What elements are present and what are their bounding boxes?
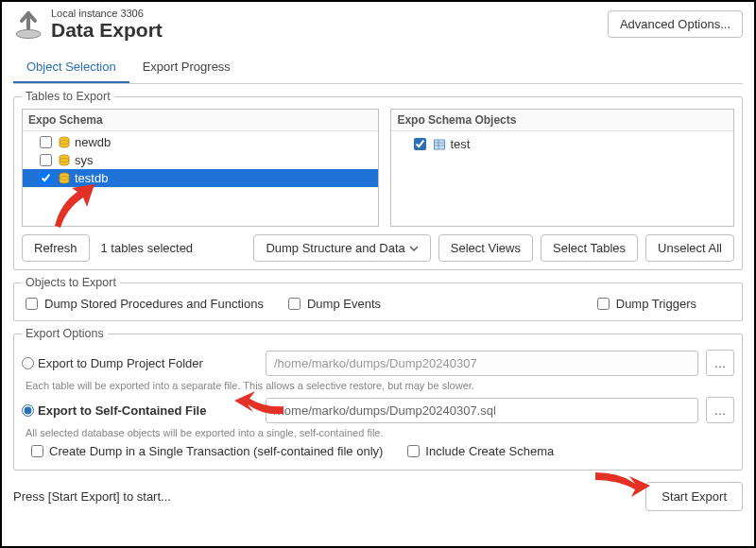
svg-point-0 <box>16 29 41 38</box>
dump-triggers-input[interactable] <box>597 298 610 310</box>
select-views-button[interactable]: Select Views <box>438 234 533 262</box>
tab-bar: Object Selection Export Progress <box>13 52 743 84</box>
include-schema-input[interactable] <box>407 445 420 457</box>
dump-triggers-label: Dump Triggers <box>616 297 696 311</box>
dump-sp-label: Dump Stored Procedures and Functions <box>44 297 264 311</box>
refresh-button[interactable]: Refresh <box>22 234 90 262</box>
tables-selected-status: 1 tables selected <box>97 241 198 255</box>
tables-to-export-legend: Tables to Export <box>22 90 114 103</box>
export-file-hint: All selected database objects will be ex… <box>26 427 734 438</box>
object-item[interactable]: test <box>391 133 733 155</box>
annotation-arrow-icon <box>593 469 650 499</box>
export-folder-hint: Each table will be exported into a separ… <box>26 380 734 391</box>
schema-pane: Expo Schema newdbsystestdb <box>22 109 379 227</box>
schema-name: newdb <box>75 135 111 149</box>
schema-item[interactable]: sys <box>23 151 378 169</box>
single-transaction-checkbox[interactable]: Create Dump in a Single Transaction (sel… <box>31 444 383 458</box>
schema-item[interactable]: newdb <box>23 133 378 151</box>
database-icon <box>58 136 71 149</box>
dump-mode-label: Dump Structure and Data <box>266 241 404 255</box>
svg-rect-7 <box>435 140 445 149</box>
dump-mode-combo[interactable]: Dump Structure and Data <box>253 234 430 262</box>
export-folder-radio-input[interactable] <box>22 357 34 369</box>
unselect-all-button[interactable]: Unselect All <box>645 234 734 262</box>
schema-item[interactable]: testdb <box>23 169 378 187</box>
table-icon <box>433 138 446 151</box>
database-icon <box>58 154 71 167</box>
export-folder-radio[interactable]: Export to Dump Project Folder <box>22 356 258 370</box>
chevron-down-icon <box>409 244 419 253</box>
database-icon <box>58 172 71 185</box>
export-options-group: Export Options Export to Dump Project Fo… <box>13 327 743 471</box>
objects-pane-header: Expo Schema Objects <box>391 110 733 131</box>
dump-sp-input[interactable] <box>26 298 38 310</box>
export-file-path[interactable] <box>266 398 698 423</box>
objects-to-export-group: Objects to Export Dump Stored Procedures… <box>13 276 743 321</box>
export-file-label: Export to Self-Contained File <box>38 403 206 418</box>
browse-file-button[interactable]: … <box>706 397 734 423</box>
schema-name: testdb <box>75 171 108 185</box>
dump-sp-checkbox[interactable]: Dump Stored Procedures and Functions <box>22 295 264 313</box>
tables-to-export-group: Tables to Export Expo Schema newdbsystes… <box>13 90 743 270</box>
footer-hint: Press [Start Export] to start... <box>13 489 171 504</box>
objects-to-export-legend: Objects to Export <box>22 276 120 289</box>
objects-pane: Expo Schema Objects test <box>390 109 734 227</box>
include-schema-checkbox[interactable]: Include Create Schema <box>407 444 554 458</box>
include-schema-label: Include Create Schema <box>425 444 554 458</box>
export-folder-path[interactable] <box>266 351 698 376</box>
dump-triggers-checkbox[interactable]: Dump Triggers <box>593 295 696 313</box>
object-name: test <box>450 137 470 151</box>
single-transaction-input[interactable] <box>31 445 43 457</box>
page-title: Data Export <box>51 19 163 41</box>
dump-events-input[interactable] <box>288 298 301 310</box>
schema-checkbox[interactable] <box>40 154 52 166</box>
export-options-legend: Export Options <box>22 327 108 340</box>
schema-list[interactable]: newdbsystestdb <box>23 131 378 226</box>
advanced-options-button[interactable]: Advanced Options... <box>608 10 743 38</box>
object-checkbox[interactable] <box>414 138 426 150</box>
schema-checkbox[interactable] <box>40 172 52 184</box>
dump-events-checkbox[interactable]: Dump Events <box>284 295 381 313</box>
single-transaction-label: Create Dump in a Single Transaction (sel… <box>49 444 383 458</box>
export-file-radio[interactable]: Export to Self-Contained File <box>22 403 258 418</box>
select-tables-button[interactable]: Select Tables <box>541 234 638 262</box>
schema-pane-header: Expo Schema <box>23 110 378 131</box>
export-icon <box>13 9 43 40</box>
annotation-arrow-icon <box>49 184 96 228</box>
tab-export-progress[interactable]: Export Progress <box>129 52 244 83</box>
schema-checkbox[interactable] <box>40 136 52 148</box>
browse-folder-button[interactable]: … <box>706 350 734 376</box>
start-export-button[interactable]: Start Export <box>645 482 743 511</box>
instance-subtitle: Local instance 3306 <box>51 8 163 19</box>
export-file-radio-input[interactable] <box>22 404 34 417</box>
dump-events-label: Dump Events <box>307 297 381 311</box>
tab-object-selection[interactable]: Object Selection <box>13 52 129 83</box>
object-list[interactable]: test <box>391 131 733 226</box>
export-folder-label: Export to Dump Project Folder <box>38 356 203 370</box>
schema-name: sys <box>75 153 94 167</box>
